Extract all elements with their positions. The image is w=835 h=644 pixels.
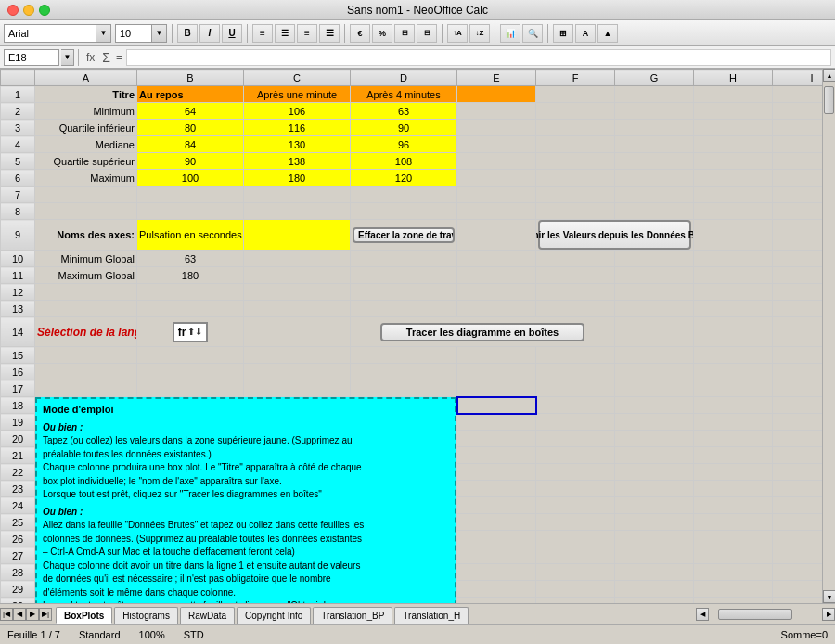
cell-e20[interactable] (457, 431, 536, 447)
cell-a3[interactable]: Quartile inférieur (35, 120, 137, 136)
cell-f26[interactable] (536, 531, 615, 547)
cell-e2[interactable] (457, 103, 536, 120)
cell-h9[interactable] (694, 220, 773, 251)
col-header-g[interactable]: G (615, 70, 694, 86)
cell-g12[interactable] (615, 284, 694, 301)
cell-f22[interactable] (536, 464, 615, 481)
cell-e1[interactable] (457, 86, 536, 103)
cell-e22[interactable] (457, 464, 536, 481)
cell-g30[interactable] (615, 598, 694, 604)
cell-a16[interactable] (35, 364, 137, 380)
cell-e17[interactable] (457, 380, 536, 397)
cell-i15[interactable] (773, 347, 823, 364)
tab-next-button[interactable]: ▶ (26, 608, 39, 621)
hscroll-thumb[interactable] (718, 609, 792, 620)
cell-e11[interactable] (457, 267, 536, 284)
cell-g4[interactable] (615, 136, 694, 153)
cell-f21[interactable] (536, 447, 615, 464)
cell-h28[interactable] (694, 564, 773, 581)
cell-b17[interactable] (137, 380, 244, 397)
cell-h11[interactable] (694, 267, 773, 284)
cell-c13[interactable] (244, 301, 351, 317)
cell-b10[interactable]: 63 (137, 251, 244, 267)
cell-b12[interactable] (137, 284, 244, 301)
cell-h2[interactable] (694, 103, 773, 120)
cell-e10[interactable] (457, 251, 536, 267)
cell-i29[interactable] (773, 581, 823, 598)
row-header-26[interactable]: 26 (1, 531, 35, 547)
sort-desc-button[interactable]: ↓Z (469, 24, 490, 43)
row-header-9[interactable]: 9 (1, 220, 35, 251)
cell-c12[interactable] (244, 284, 351, 301)
cell-c17[interactable] (244, 380, 351, 397)
cell-f9[interactable]: Obtenir les Valeurs depuis les Données B… (536, 220, 694, 251)
cell-d2[interactable]: 63 (351, 103, 457, 120)
row-header-10[interactable]: 10 (1, 251, 35, 267)
row-header-16[interactable]: 16 (1, 364, 35, 380)
font-size-input[interactable] (115, 24, 152, 43)
cell-h22[interactable] (694, 464, 773, 481)
cell-e8[interactable] (457, 203, 536, 220)
cell-d14[interactable]: Tracer les diagramme en boîtes (351, 317, 615, 347)
formula-input[interactable] (126, 49, 831, 66)
cell-g19[interactable] (615, 414, 694, 431)
cell-d1[interactable]: Après 4 minutes (351, 86, 457, 103)
cell-i11[interactable] (773, 267, 823, 284)
cell-h29[interactable] (694, 581, 773, 598)
cell-d5[interactable]: 108 (351, 153, 457, 170)
cell-i24[interactable] (773, 497, 823, 514)
vertical-scrollbar[interactable]: ▲ ▼ (822, 69, 835, 603)
cell-a15[interactable] (35, 347, 137, 364)
cell-g10[interactable] (615, 251, 694, 267)
row-header-29[interactable]: 29 (1, 581, 35, 598)
row-header-20[interactable]: 20 (1, 431, 35, 447)
cell-a2[interactable]: Minimum (35, 103, 137, 120)
cell-i9[interactable] (773, 220, 823, 251)
chart-button[interactable]: 📊 (500, 24, 520, 43)
cell-f29[interactable] (536, 581, 615, 598)
cell-e4[interactable] (457, 136, 536, 153)
cell-b13[interactable] (137, 301, 244, 317)
cell-i13[interactable] (773, 301, 823, 317)
row-header-4[interactable]: 4 (1, 136, 35, 153)
row-header-25[interactable]: 25 (1, 514, 35, 531)
cell-h18[interactable] (694, 397, 773, 414)
cell-a17[interactable] (35, 380, 137, 397)
font-name-input[interactable] (4, 24, 96, 43)
align-right-button[interactable]: ≡ (297, 24, 317, 43)
cell-b4[interactable]: 84 (137, 136, 244, 153)
row-header-23[interactable]: 23 (1, 481, 35, 497)
cell-g26[interactable] (615, 531, 694, 547)
hscroll-track[interactable] (709, 608, 822, 621)
cell-i4[interactable] (773, 136, 823, 153)
cell-i26[interactable] (773, 531, 823, 547)
row-header-28[interactable]: 28 (1, 564, 35, 581)
cell-g22[interactable] (615, 464, 694, 481)
tab-copyright-info[interactable]: Copyright Info (237, 607, 311, 624)
cell-c2[interactable]: 106 (244, 103, 351, 120)
cell-h3[interactable] (694, 120, 773, 136)
cell-b5[interactable]: 90 (137, 153, 244, 170)
cell-e18[interactable] (457, 397, 536, 414)
cell-h23[interactable] (694, 481, 773, 497)
cell-f11[interactable] (536, 267, 615, 284)
cell-f27[interactable] (536, 547, 615, 564)
cell-i21[interactable] (773, 447, 823, 464)
row-header-17[interactable]: 17 (1, 380, 35, 397)
cell-c5[interactable]: 138 (244, 153, 351, 170)
cell-g29[interactable] (615, 581, 694, 598)
cell-d7[interactable] (351, 187, 457, 203)
cell-i6[interactable] (773, 170, 823, 187)
cell-g16[interactable] (615, 364, 694, 380)
row-header-15[interactable]: 15 (1, 347, 35, 364)
cell-e27[interactable] (457, 547, 536, 564)
cell-e3[interactable] (457, 120, 536, 136)
cell-g2[interactable] (615, 103, 694, 120)
cell-f2[interactable] (536, 103, 615, 120)
function-wizard-button[interactable]: fx (83, 51, 98, 64)
cell-h12[interactable] (694, 284, 773, 301)
cell-g3[interactable] (615, 120, 694, 136)
tab-histograms[interactable]: Histograms (114, 607, 178, 624)
col-header-i[interactable]: I (773, 70, 823, 86)
cell-c9[interactable] (244, 220, 351, 251)
